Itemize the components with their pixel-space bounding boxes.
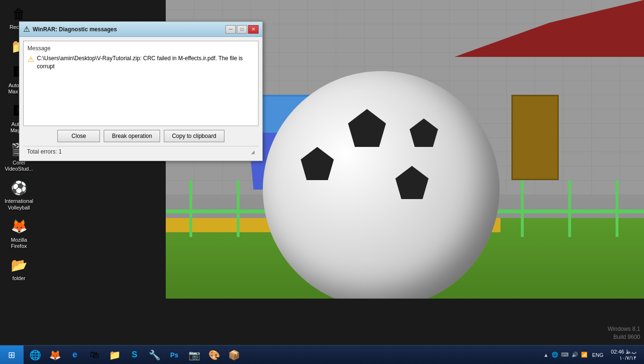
message-row: ⚠ C:\Users\amin\Desktop\V-RayTutorial.zi… — [27, 55, 254, 71]
volleyball-icon[interactable]: ⚽ InternationalVolleyball — [2, 176, 36, 212]
dialog-titlebar: ⚠ WinRAR: Diagnostic messages ─ □ ✕ — [19, 22, 262, 37]
volleyball-label: InternationalVolleyball — [5, 198, 34, 210]
fence-post — [189, 180, 192, 237]
clock[interactable]: 02:46 ب.ظ ۱۰/۷/۱۴ — [607, 349, 640, 361]
tray-keyboard-icon: ⌨ — [561, 352, 569, 358]
taskbar-firefox[interactable]: 🦊 — [45, 346, 64, 364]
resize-handle: ◢ — [251, 149, 255, 155]
app6-icon: 🔧 — [149, 349, 161, 361]
taskbar-explorer[interactable]: 📁 — [105, 346, 124, 364]
total-errors-text: Total errors: 1 — [27, 148, 62, 155]
dialog-window-controls: ─ □ ✕ — [225, 25, 259, 34]
break-operation-button[interactable]: Break operation — [104, 130, 160, 142]
taskbar-right: ▲ 🌐 ⌨ 🔊 📶 ENG 02:46 ب.ظ ۱۰/۷/۱۴ — [540, 349, 644, 361]
folder2-label: folder — [12, 275, 26, 282]
taskbar-winrar[interactable]: 📦 — [224, 346, 243, 364]
firefox-image: 🦊 — [9, 217, 28, 236]
taskbar-paint[interactable]: 🎨 — [205, 346, 224, 364]
taskbar-ie[interactable]: e — [65, 346, 84, 364]
copy-clipboard-button[interactable]: Copy to clipboard — [164, 130, 224, 142]
taskbar-app6[interactable]: 🔧 — [145, 346, 164, 364]
build-line1: Windows 8.1 — [608, 325, 640, 333]
close-window-button[interactable]: ✕ — [248, 25, 259, 34]
desktop: 🗑 Recyc... 📁 🅰 Autode...Max 20... 🅼 Auto… — [0, 0, 644, 364]
dialog-title-text: WinRAR: Diagnostic messages — [33, 26, 117, 33]
taskbar-chrome[interactable]: 🌐 — [26, 346, 45, 364]
winrar-icon: 📦 — [228, 349, 240, 361]
store-icon: 🛍 — [90, 349, 99, 360]
fence-post — [237, 180, 240, 237]
winrar-dialog: ⚠ WinRAR: Diagnostic messages ─ □ ✕ Mess… — [19, 21, 263, 161]
fence-post — [568, 180, 571, 237]
firefox-taskbar-icon: 🦊 — [49, 349, 61, 361]
tray-lang-icon: 🌐 — [552, 352, 558, 358]
explorer-icon: 📁 — [109, 349, 121, 361]
football — [263, 71, 500, 299]
tray-volume-icon[interactable]: 🔊 — [572, 352, 578, 358]
taskbar-photoshop[interactable]: Ps — [165, 346, 184, 364]
tray-network-icon[interactable]: 📶 — [581, 352, 588, 358]
door — [511, 95, 559, 180]
photoshop-icon: Ps — [170, 351, 178, 359]
message-label: Message — [27, 45, 254, 52]
clock-date: ۱۰/۷/۱۴ — [611, 355, 636, 361]
fence-post — [521, 180, 524, 237]
build-info: Windows 8.1 Build 9600 — [608, 325, 640, 341]
paint-icon: 🎨 — [208, 349, 220, 361]
app8-icon: 📷 — [188, 349, 200, 361]
language-indicator[interactable]: ENG — [590, 352, 606, 358]
folder2-icon[interactable]: 📂 folder — [2, 254, 36, 283]
skype-icon: S — [132, 350, 137, 360]
corel-label: CorelVideoStud... — [5, 160, 33, 172]
volleyball-image: ⚽ — [9, 178, 28, 197]
title-left: ⚠ WinRAR: Diagnostic messages — [23, 25, 117, 34]
taskbar-app8[interactable]: 📷 — [185, 346, 204, 364]
firefox-icon[interactable]: 🦊 MozillaFirefox — [2, 215, 36, 251]
title-warning-icon: ⚠ — [23, 25, 30, 34]
chrome-icon: 🌐 — [29, 349, 41, 361]
message-area: Message ⚠ C:\Users\amin\Desktop\V-RayTut… — [23, 41, 259, 126]
restore-button[interactable]: □ — [237, 25, 247, 34]
recycle-bin-image: 🗑 — [9, 4, 28, 23]
firefox-label: MozillaFirefox — [11, 237, 27, 249]
close-button[interactable]: Close — [57, 130, 100, 142]
system-tray: ▲ 🌐 ⌨ 🔊 📶 ENG — [544, 352, 606, 358]
minimize-button[interactable]: ─ — [225, 25, 236, 34]
ie-icon: e — [72, 350, 77, 360]
windows-logo-icon: ⊞ — [8, 350, 15, 360]
build-line2: Build 9600 — [608, 333, 640, 341]
taskbar: ⊞ 🌐 🦊 e 🛍 📁 S 🔧 — [0, 345, 644, 364]
clock-time: 02:46 ب.ظ — [611, 349, 636, 355]
start-button[interactable]: ⊞ — [0, 346, 24, 364]
fence-post — [616, 180, 618, 237]
message-warning-icon: ⚠ — [27, 55, 34, 64]
message-text: C:\Users\amin\Desktop\V-RayTutorial.zip:… — [37, 55, 254, 71]
taskbar-apps: 🌐 🦊 e 🛍 📁 S 🔧 Ps 📷 — [24, 346, 540, 364]
taskbar-store[interactable]: 🛍 — [85, 346, 104, 364]
tray-expand-icon[interactable]: ▲ — [544, 352, 549, 358]
dialog-buttons: Close Break operation Copy to clipboard — [23, 130, 259, 142]
dialog-body: Message ⚠ C:\Users\amin\Desktop\V-RayTut… — [19, 37, 262, 161]
status-bar: Total errors: 1 ◢ — [23, 146, 259, 157]
folder2-image: 📂 — [9, 255, 28, 274]
taskbar-skype[interactable]: S — [125, 346, 144, 364]
